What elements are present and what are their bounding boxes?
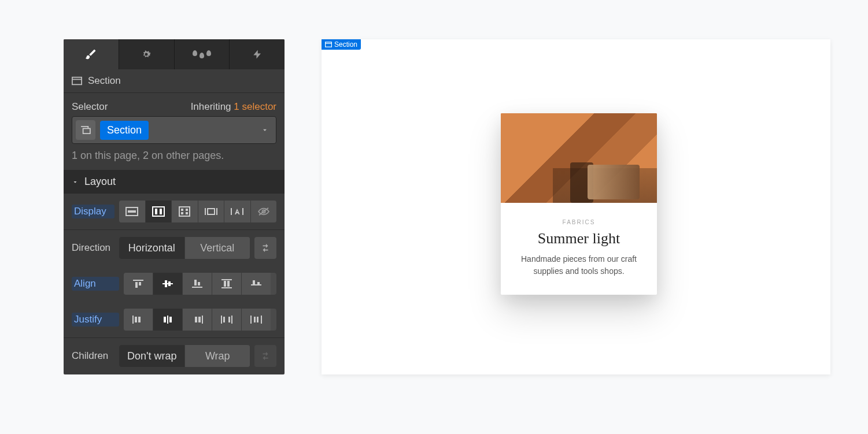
card-description: Handmade pieces from our craft supplies … (515, 253, 643, 277)
content-card[interactable]: FABRICS Summer light Handmade pieces fro… (501, 113, 657, 295)
gear-icon (141, 49, 152, 60)
display-block[interactable] (119, 201, 145, 222)
inheriting-text: Inheriting 1 selector (191, 101, 276, 113)
svg-rect-27 (194, 280, 197, 285)
breadcrumb-label: Section (88, 75, 121, 87)
display-flex[interactable] (145, 201, 172, 222)
direction-label: Direction (72, 242, 114, 254)
selector-label: Selector (72, 101, 108, 113)
card-image (501, 113, 657, 203)
card-body: FABRICS Summer light Handmade pieces fro… (501, 203, 657, 295)
svg-rect-22 (139, 282, 141, 285)
display-grid[interactable] (171, 201, 198, 222)
svg-rect-44 (195, 317, 197, 322)
svg-rect-48 (228, 317, 230, 322)
svg-rect-8 (179, 207, 190, 216)
canvas-section[interactable]: Section FABRICS Summer light Handmade pi… (322, 39, 830, 374)
selector-state-button[interactable] (76, 120, 95, 140)
align-center-icon (161, 279, 174, 289)
justify-around[interactable] (241, 309, 271, 331)
svg-rect-52 (257, 317, 258, 322)
svg-rect-38 (138, 317, 141, 322)
align-baseline[interactable] (241, 273, 271, 295)
svg-rect-32 (227, 281, 230, 287)
inline-block-icon (205, 207, 217, 216)
children-wrap[interactable]: Wrap (184, 345, 250, 367)
justify-center-icon (161, 314, 174, 325)
justify-center[interactable] (153, 309, 182, 331)
svg-rect-49 (250, 316, 252, 324)
align-end[interactable] (182, 273, 212, 295)
selector-row: Selector Inheriting 1 selector (64, 93, 285, 116)
svg-rect-20 (133, 280, 143, 281)
section-icon (72, 76, 82, 86)
inline-icon (231, 207, 243, 216)
justify-between-icon (220, 314, 233, 325)
display-label: Display (72, 205, 114, 218)
section-header-layout[interactable]: Layout (64, 170, 285, 194)
svg-rect-28 (198, 282, 200, 285)
children-row: Children Don't wrap Wrap (64, 338, 285, 374)
selector-input[interactable]: Section (72, 116, 276, 144)
svg-rect-6 (155, 209, 157, 214)
svg-rect-11 (181, 212, 183, 214)
svg-rect-40 (164, 317, 166, 322)
direction-vertical[interactable]: Vertical (184, 237, 250, 259)
align-start[interactable] (124, 273, 153, 295)
display-inline[interactable] (224, 201, 250, 222)
direction-horizontal[interactable]: Horizontal (119, 237, 184, 259)
svg-rect-45 (221, 316, 222, 324)
svg-rect-42 (202, 316, 203, 324)
block-icon (125, 207, 138, 216)
svg-rect-36 (132, 316, 134, 324)
states-icon (80, 126, 91, 134)
hidden-icon (257, 207, 270, 216)
element-tag[interactable]: Section (322, 39, 361, 50)
svg-rect-34 (253, 280, 255, 284)
align-start-icon (132, 279, 145, 289)
svg-rect-0 (72, 77, 82, 85)
align-label: Align (72, 277, 119, 291)
caret-down-icon (72, 179, 79, 186)
tab-style[interactable] (64, 39, 119, 69)
display-none[interactable] (250, 201, 277, 222)
svg-rect-26 (192, 287, 202, 288)
class-chip[interactable]: Section (100, 121, 149, 140)
justify-end[interactable] (182, 309, 212, 331)
svg-rect-33 (251, 284, 261, 285)
svg-rect-37 (135, 317, 137, 322)
tab-interactions[interactable] (229, 39, 285, 69)
svg-rect-30 (221, 287, 232, 288)
display-inline-block[interactable] (198, 201, 224, 222)
section-icon (325, 42, 332, 47)
svg-rect-7 (160, 209, 162, 214)
tab-effects[interactable] (174, 39, 230, 69)
svg-rect-46 (231, 316, 232, 324)
children-reverse[interactable] (254, 345, 276, 367)
direction-reverse[interactable] (254, 237, 276, 259)
svg-rect-31 (224, 281, 226, 287)
justify-end-icon (191, 314, 204, 325)
align-center[interactable] (153, 273, 182, 295)
flex-icon (152, 206, 165, 217)
align-stretch[interactable] (212, 273, 241, 295)
svg-rect-24 (165, 280, 167, 287)
justify-start[interactable] (124, 309, 153, 331)
justify-label: Justify (72, 313, 119, 327)
droplets-icon (193, 50, 211, 58)
svg-rect-5 (153, 207, 164, 216)
children-nowrap[interactable]: Don't wrap (119, 345, 184, 367)
lightning-icon (252, 49, 263, 60)
tab-settings[interactable] (119, 39, 174, 69)
justify-start-icon (132, 314, 145, 325)
svg-rect-29 (221, 279, 232, 280)
svg-rect-12 (186, 212, 188, 214)
justify-between[interactable] (212, 309, 241, 331)
inheriting-count[interactable]: 1 selector (234, 101, 276, 112)
swap-icon (260, 352, 271, 360)
card-title: Summer light (515, 230, 643, 247)
svg-rect-50 (261, 316, 262, 324)
svg-rect-23 (162, 283, 173, 284)
chevron-down-icon[interactable] (261, 126, 269, 134)
svg-rect-15 (208, 209, 215, 214)
